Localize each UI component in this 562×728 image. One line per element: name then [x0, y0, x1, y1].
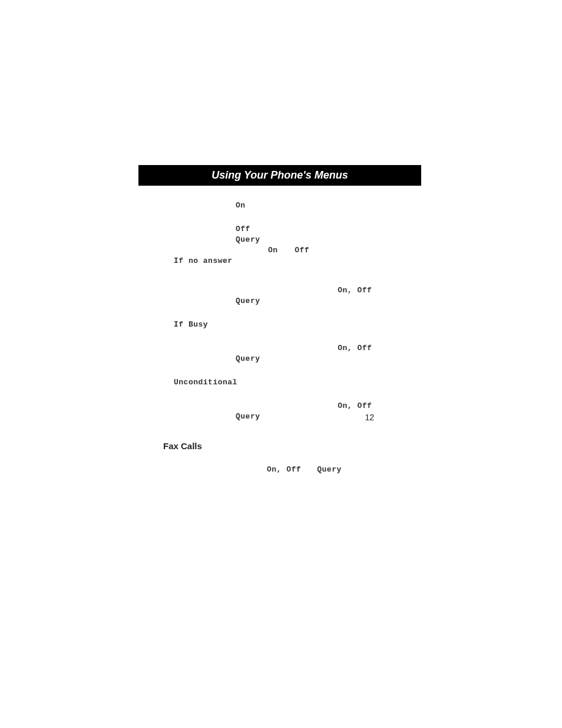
text-line: Off	[138, 224, 421, 235]
on-label: On	[236, 201, 246, 210]
page-content: Using Your Phone's Menus On Off Query On…	[138, 165, 421, 475]
fax-calls-heading: Fax Calls	[163, 441, 202, 451]
text-line: On Off	[138, 245, 421, 256]
off-label: Off	[236, 225, 250, 233]
on-off-label: On, Off	[338, 344, 372, 353]
off-label: Off	[295, 246, 309, 255]
text-line: On, Off	[138, 343, 421, 354]
text-line: Query	[138, 411, 421, 422]
if-busy-label: If Busy	[174, 320, 208, 329]
on-off-label: On, Off	[267, 465, 315, 474]
on-off-label: On, Off	[338, 286, 372, 295]
body-content: On Off Query On Off If no answer On, Off…	[138, 200, 421, 475]
query-label: Query	[236, 297, 260, 305]
text-line: If no answer	[138, 256, 421, 266]
text-line: On, Off Query	[138, 465, 421, 475]
header-title-text: Using Your Phone's Menus	[211, 169, 348, 181]
query-label: Query	[236, 354, 260, 363]
text-line: On	[138, 200, 421, 211]
query-label: Query	[236, 235, 260, 244]
unconditional-label: Unconditional	[174, 378, 237, 387]
text-line: On, Off	[138, 285, 421, 296]
text-line: Query	[138, 235, 421, 245]
text-line: If Busy	[138, 319, 421, 330]
text-line: Fax Calls	[138, 441, 421, 452]
text-line: Query	[138, 354, 421, 364]
text-line: Unconditional	[138, 377, 421, 388]
text-line: Query	[138, 296, 421, 307]
on-label: On	[268, 246, 293, 255]
text-line: On, Off	[138, 401, 421, 411]
on-off-label: On, Off	[338, 401, 372, 410]
if-no-answer-label: If no answer	[174, 256, 233, 265]
query-label: Query	[236, 412, 260, 421]
page-number: 12	[365, 413, 374, 422]
section-header: Using Your Phone's Menus	[138, 165, 421, 186]
query-label: Query	[317, 465, 342, 474]
